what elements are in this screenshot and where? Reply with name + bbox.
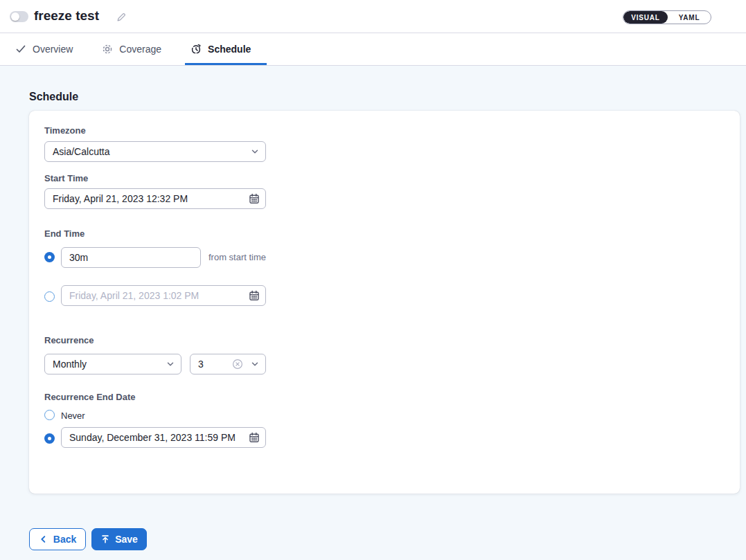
timezone-select[interactable]: Asia/Calcutta — [44, 141, 266, 162]
toggle-knob — [11, 12, 19, 21]
yaml-toggle-button[interactable]: YAML — [668, 11, 711, 24]
calendar-icon[interactable] — [249, 432, 260, 443]
tab-overview-label: Overview — [33, 44, 73, 55]
recurrence-end-date-radio[interactable] — [44, 433, 55, 444]
recurring-schedule-icon — [190, 44, 202, 55]
visual-yaml-switch: VISUAL YAML — [623, 10, 711, 24]
tab-coverage-label: Coverage — [119, 44, 161, 55]
back-button[interactable]: Back — [29, 528, 86, 550]
end-time-duration-input[interactable] — [61, 247, 201, 268]
upload-arrow-icon — [100, 534, 110, 544]
start-time-label: Start Time — [44, 173, 88, 183]
recurrence-type-select[interactable]: Monthly — [44, 354, 181, 374]
recurrence-never-radio[interactable] — [44, 410, 55, 420]
save-button[interactable]: Save — [91, 528, 147, 550]
gear-icon — [102, 44, 113, 55]
edit-pencil-icon[interactable] — [116, 12, 127, 23]
timezone-label: Timezone — [44, 125, 86, 136]
recurrence-type-value: Monthly — [53, 359, 87, 370]
end-time-date-input[interactable] — [61, 285, 266, 306]
tab-coverage[interactable]: Coverage — [102, 44, 161, 55]
recurrence-end-date-input[interactable] — [61, 427, 266, 448]
recurrence-label: Recurrence — [44, 335, 94, 345]
end-time-date-radio[interactable] — [44, 291, 55, 302]
tab-bar: Overview Coverage Schedule — [0, 33, 746, 66]
recurrence-interval-combobox[interactable]: 3 — [190, 354, 266, 374]
tab-schedule-label: Schedule — [208, 44, 251, 55]
schedule-content: Schedule Timezone Asia/Calcutta Start Ti… — [0, 66, 746, 560]
calendar-icon[interactable] — [249, 193, 260, 204]
save-button-label: Save — [115, 534, 138, 545]
recurrence-end-date-label: Recurrence End Date — [44, 392, 136, 402]
visual-toggle-button[interactable]: VISUAL — [623, 11, 668, 24]
chevron-left-icon — [39, 534, 48, 544]
timezone-value: Asia/Calcutta — [53, 146, 109, 157]
clear-value-icon[interactable] — [232, 359, 243, 370]
recurrence-interval-value: 3 — [198, 359, 204, 370]
check-icon — [15, 44, 26, 55]
section-heading: Schedule — [29, 91, 78, 103]
page-title: freeze test — [34, 8, 99, 24]
from-start-time-hint: from start time — [208, 252, 266, 262]
calendar-icon[interactable] — [249, 290, 260, 301]
back-button-label: Back — [53, 534, 76, 545]
freeze-enabled-toggle[interactable] — [10, 11, 28, 22]
tab-schedule[interactable]: Schedule — [190, 44, 251, 55]
end-time-duration-radio[interactable] — [44, 252, 55, 262]
schedule-form-card: Timezone Asia/Calcutta Start Time — [29, 111, 740, 494]
active-tab-indicator — [185, 63, 267, 65]
recurrence-never-label: Never — [61, 410, 85, 421]
page-header: freeze test VISUAL YAML — [0, 0, 746, 33]
freeze-window-studio-page: freeze test VISUAL YAML Overview — [0, 0, 746, 560]
start-time-input[interactable] — [44, 188, 266, 209]
end-time-label: End Time — [44, 228, 85, 239]
tab-overview[interactable]: Overview — [15, 44, 73, 55]
